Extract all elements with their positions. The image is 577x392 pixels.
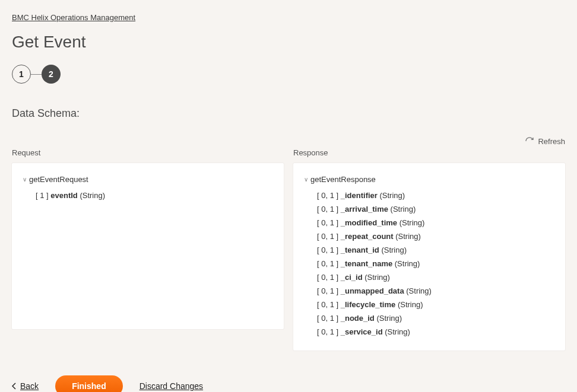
schema-field: [ 0, 1 ] _unmapped_data (String) [317, 284, 554, 298]
field-name: _node_id [341, 314, 375, 323]
step-2[interactable]: 2 [42, 65, 61, 84]
chevron-down-icon[interactable]: ∨ [304, 176, 308, 183]
refresh-button[interactable]: Refresh [525, 136, 565, 146]
field-cardinality: [ 0, 1 ] [317, 259, 341, 268]
schema-field: [ 0, 1 ] _tenant_name (String) [317, 257, 554, 270]
field-cardinality: [ 0, 1 ] [317, 273, 341, 282]
request-column: Request ∨ getEventRequest [ 1 ] eventId … [12, 148, 284, 350]
schema-field: [ 0, 1 ] _tenant_id (String) [317, 243, 554, 257]
field-type: (String) [395, 300, 423, 309]
field-name: eventId [50, 191, 78, 200]
step-connector [31, 74, 42, 75]
field-type: (String) [388, 205, 416, 213]
refresh-icon [525, 136, 534, 146]
request-root[interactable]: ∨ getEventRequest [23, 175, 273, 184]
finished-button[interactable]: Finished [55, 375, 123, 392]
field-cardinality: [ 0, 1 ] [317, 218, 341, 227]
field-type: (String) [404, 286, 432, 295]
field-type: (String) [379, 246, 407, 254]
field-cardinality: [ 0, 1 ] [317, 286, 341, 295]
page-title: Get Event [12, 33, 565, 52]
breadcrumb[interactable]: BMC Helix Operations Management [12, 13, 135, 22]
chevron-down-icon[interactable]: ∨ [23, 176, 27, 183]
schema-field: [ 0, 1 ] _arrival_time (String) [317, 202, 554, 216]
response-column: Response ∨ getEventResponse [ 0, 1 ] _id… [293, 148, 565, 350]
schema-field: [ 0, 1 ] _modified_time (String) [317, 216, 554, 230]
field-name: _repeat_count [341, 232, 394, 241]
field-name: _lifecycle_time [341, 300, 396, 309]
request-fields: [ 1 ] eventId (String) [36, 189, 273, 202]
field-cardinality: [ 0, 1 ] [317, 314, 341, 323]
response-root-name: getEventResponse [310, 175, 376, 184]
schema-field: [ 1 ] eventId (String) [36, 189, 273, 202]
response-root[interactable]: ∨ getEventResponse [304, 175, 554, 184]
footer: Back Finished Discard Changes [12, 375, 565, 392]
chevron-left-icon [12, 383, 17, 390]
field-name: _modified_time [341, 218, 397, 227]
field-name: _identifier [341, 191, 378, 200]
schema-field: [ 0, 1 ] _identifier (String) [317, 189, 554, 202]
field-type: (String) [363, 273, 390, 282]
back-button[interactable]: Back [12, 381, 39, 391]
field-type: (String) [383, 327, 410, 336]
discard-changes-link[interactable]: Discard Changes [140, 381, 203, 391]
field-type: (String) [394, 232, 421, 241]
field-type: (String) [375, 314, 402, 323]
schema-field: [ 0, 1 ] _service_id (String) [317, 325, 554, 339]
field-name: _arrival_time [341, 205, 388, 213]
field-cardinality: [ 0, 1 ] [317, 205, 341, 213]
response-fields: [ 0, 1 ] _identifier (String)[ 0, 1 ] _a… [317, 189, 554, 339]
request-box: ∨ getEventRequest [ 1 ] eventId (String) [12, 163, 284, 329]
field-type: (String) [397, 218, 424, 227]
schema-field: [ 0, 1 ] _repeat_count (String) [317, 230, 554, 243]
request-label: Request [12, 148, 284, 157]
wizard-stepper: 1 2 [12, 65, 565, 84]
field-cardinality: [ 0, 1 ] [317, 232, 341, 241]
field-type: (String) [378, 191, 405, 200]
field-type: (String) [392, 259, 420, 268]
schema-field: [ 0, 1 ] _node_id (String) [317, 311, 554, 325]
field-cardinality: [ 0, 1 ] [317, 300, 341, 309]
field-cardinality: [ 0, 1 ] [317, 327, 341, 336]
field-cardinality: [ 0, 1 ] [317, 191, 341, 200]
request-root-name: getEventRequest [29, 175, 88, 184]
field-name: _service_id [341, 327, 383, 336]
field-cardinality: [ 0, 1 ] [317, 246, 341, 254]
field-name: _unmapped_data [341, 286, 404, 295]
schema-field: [ 0, 1 ] _ci_id (String) [317, 270, 554, 284]
response-label: Response [293, 148, 565, 157]
back-label: Back [20, 381, 39, 391]
section-title: Data Schema: [12, 107, 565, 120]
field-type: (String) [78, 191, 105, 200]
field-name: _tenant_name [341, 259, 392, 268]
step-1[interactable]: 1 [12, 65, 31, 84]
field-cardinality: [ 1 ] [36, 191, 50, 200]
refresh-label: Refresh [538, 137, 565, 146]
field-name: _ci_id [341, 273, 363, 282]
field-name: _tenant_id [341, 246, 379, 254]
schema-field: [ 0, 1 ] _lifecycle_time (String) [317, 298, 554, 311]
response-box: ∨ getEventResponse [ 0, 1 ] _identifier … [293, 163, 565, 350]
